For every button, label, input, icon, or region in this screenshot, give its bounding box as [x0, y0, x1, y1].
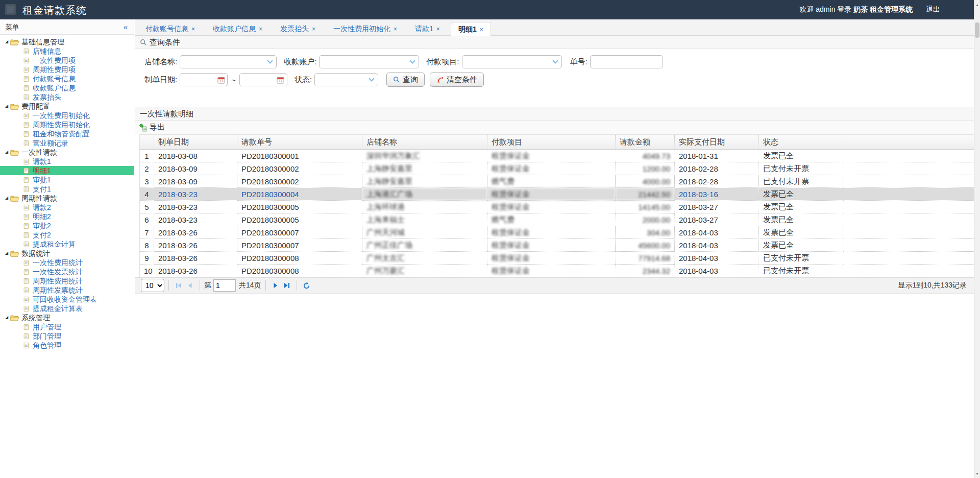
tree-folder-3[interactable]: ◢周期性请款 — [0, 194, 134, 203]
last-page-icon[interactable] — [281, 280, 292, 291]
pay-item-combo[interactable] — [462, 55, 562, 68]
logout-link[interactable]: 退出 — [926, 5, 940, 13]
calendar-icon[interactable]: 17 — [215, 74, 227, 86]
table-row[interactable]: 12018-03-08PD20180300001深圳华润万象汇租赁保证金4049… — [140, 150, 974, 162]
column-header[interactable]: 店铺名称 — [362, 135, 487, 150]
tree-folder-2[interactable]: ◢一次性请款 — [0, 148, 134, 157]
chevron-down-icon[interactable] — [264, 56, 276, 68]
column-header[interactable]: 付款项目 — [487, 135, 616, 150]
sidebar-collapse-icon[interactable]: « — [124, 19, 128, 35]
make-date-from[interactable]: 17 — [180, 73, 228, 86]
make-date-from-input[interactable] — [180, 74, 215, 86]
tree-folder-5[interactable]: ◢系统管理 — [0, 313, 134, 322]
tree-item-2-1[interactable]: 明细1 — [0, 166, 134, 175]
column-header[interactable]: 制单日期 — [154, 135, 237, 150]
tree-item-0-4[interactable]: 收款账户信息 — [0, 83, 134, 92]
export-button[interactable]: 导出 — [139, 123, 165, 132]
table-row[interactable]: 42018-03-23PD20180300004上海港汇广场租赁保证金21442… — [140, 188, 974, 201]
vertical-scrollbar[interactable]: ▲ ▼ — [974, 0, 980, 478]
tree-item-1-1[interactable]: 周期性费用初始化 — [0, 120, 134, 129]
tree-item-1-0[interactable]: 一次性费用初始化 — [0, 111, 134, 120]
prev-page-icon[interactable] — [184, 280, 195, 291]
page-number-input[interactable] — [213, 279, 236, 292]
tree-item-0-1[interactable]: 一次性费用项 — [0, 56, 134, 65]
first-page-icon[interactable] — [173, 280, 184, 291]
clear-button[interactable]: 清空条件 — [430, 73, 484, 87]
scrollbar-thumb[interactable] — [975, 22, 979, 38]
tree-item-4-2[interactable]: 周期性费用统计 — [0, 276, 134, 285]
tab-2[interactable]: 发票抬头× — [273, 22, 323, 37]
tree-item-5-2[interactable]: 角色管理 — [0, 341, 134, 350]
tab-4[interactable]: 请款1× — [408, 22, 447, 37]
tree-item-4-1[interactable]: 一次性发票统计 — [0, 267, 134, 276]
tree-expand-icon[interactable]: ◢ — [5, 249, 10, 258]
column-header[interactable]: 实际支付日期 — [675, 135, 759, 150]
table-row[interactable]: 62018-03-23PD20180300005上海来福士燃气费2000.002… — [140, 213, 974, 226]
column-header[interactable] — [843, 135, 974, 150]
column-header[interactable] — [140, 135, 154, 150]
tab-close-icon[interactable]: × — [312, 26, 315, 33]
tree-folder-4[interactable]: ◢数据统计 — [0, 249, 134, 258]
payee-account-input[interactable] — [320, 56, 406, 68]
calendar-icon[interactable]: 17 — [275, 74, 287, 86]
tree-item-3-2[interactable]: 审批2 — [0, 221, 134, 230]
status-combo[interactable] — [314, 73, 378, 86]
tab-3[interactable]: 一次性费用初始化× — [326, 22, 404, 37]
tree-expand-icon[interactable]: ◢ — [5, 194, 10, 203]
tree-item-0-2[interactable]: 周期性费用项 — [0, 65, 134, 74]
tree-item-3-0[interactable]: 请款2 — [0, 203, 134, 212]
tree-expand-icon[interactable]: ◢ — [5, 148, 10, 157]
table-row[interactable]: 72018-03-26PD20180300007广州天河城租赁保证金304.00… — [140, 226, 974, 239]
tree-item-1-2[interactable]: 租金和物管费配置 — [0, 129, 134, 138]
tree-item-2-3[interactable]: 支付1 — [0, 184, 134, 194]
tree-item-2-2[interactable]: 审批1 — [0, 175, 134, 184]
tree-item-2-0[interactable]: 请款1 — [0, 157, 134, 166]
tab-close-icon[interactable]: × — [259, 26, 262, 33]
tree-item-0-0[interactable]: 店铺信息 — [0, 46, 134, 56]
tree-item-0-5[interactable]: 发票抬头 — [0, 92, 134, 102]
tree-item-3-4[interactable]: 提成租金计算 — [0, 240, 134, 249]
tree-item-5-0[interactable]: 用户管理 — [0, 322, 134, 331]
tree-item-4-3[interactable]: 周期性发票统计 — [0, 285, 134, 295]
tree-item-3-1[interactable]: 明细2 — [0, 212, 134, 221]
tree-item-3-3[interactable]: 支付2 — [0, 230, 134, 240]
tree-expand-icon[interactable]: ◢ — [5, 37, 10, 46]
scroll-down-icon[interactable]: ▼ — [974, 470, 980, 477]
tab-close-icon[interactable]: × — [436, 26, 440, 33]
table-row[interactable]: 92018-03-26PD20180300008广州太古汇租赁保证金77914.… — [140, 252, 974, 265]
payee-account-combo[interactable] — [319, 55, 419, 68]
pay-item-input[interactable] — [462, 56, 549, 68]
make-date-to-input[interactable] — [240, 74, 275, 86]
table-row[interactable]: 22018-03-09PD20180300002上海静安嘉里租赁保证金1200.… — [140, 162, 974, 175]
status-input[interactable] — [315, 74, 365, 86]
tab-close-icon[interactable]: × — [480, 26, 483, 33]
tree-item-4-0[interactable]: 一次性费用统计 — [0, 258, 134, 267]
tab-1[interactable]: 收款账户信息× — [206, 22, 270, 37]
table-row[interactable]: 82018-03-26PD20180300007广州正佳广场租赁保证金45600… — [140, 239, 974, 252]
refresh-icon[interactable] — [301, 280, 312, 291]
table-row[interactable]: 102018-03-26PD20180300008广州万菱汇租赁保证金2344.… — [140, 265, 974, 277]
column-header[interactable]: 状态 — [759, 135, 843, 150]
tree-expand-icon[interactable]: ◢ — [5, 313, 10, 322]
tree-item-1-3[interactable]: 营业额记录 — [0, 138, 134, 148]
tree-expand-icon[interactable]: ◢ — [5, 102, 10, 111]
table-row[interactable]: 32018-03-09PD20180300002上海静安嘉里燃气费4000.00… — [140, 175, 974, 188]
shop-name-combo[interactable] — [180, 55, 277, 68]
tab-0[interactable]: 付款账号信息× — [138, 22, 202, 37]
scroll-up-icon[interactable]: ▲ — [974, 1, 980, 8]
tree-item-4-4[interactable]: 可回收收资金管理表 — [0, 295, 134, 304]
search-button[interactable]: 查询 — [386, 73, 425, 87]
column-header[interactable]: 请款金额 — [616, 135, 675, 150]
tab-close-icon[interactable]: × — [394, 26, 397, 33]
make-date-to[interactable]: 17 — [239, 73, 287, 86]
tab-close-icon[interactable]: × — [191, 26, 195, 33]
chevron-down-icon[interactable] — [365, 74, 378, 86]
column-header[interactable]: 请款单号 — [237, 135, 362, 150]
bill-no-input[interactable] — [590, 55, 663, 68]
tree-item-0-3[interactable]: 付款账号信息 — [0, 74, 134, 83]
table-row[interactable]: 52018-03-23PD20180300005上海环球港租赁保证金14145.… — [140, 201, 974, 213]
tree-folder-1[interactable]: ◢费用配置 — [0, 102, 134, 111]
next-page-icon[interactable] — [270, 280, 281, 291]
chevron-down-icon[interactable] — [406, 56, 419, 68]
shop-name-input[interactable] — [180, 56, 264, 68]
